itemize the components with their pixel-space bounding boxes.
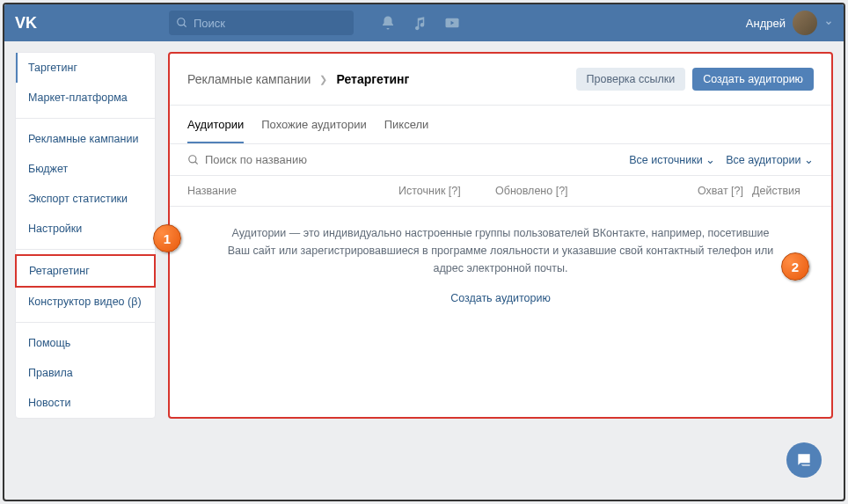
sidebar-item-video-constructor[interactable]: Конструктор видео (β)	[16, 287, 155, 317]
breadcrumb-parent[interactable]: Рекламные кампании	[187, 72, 311, 86]
breadcrumb: Рекламные кампании ❯ Ретаргетинг Проверк…	[170, 54, 831, 106]
sidebar-item-settings[interactable]: Настройки	[16, 214, 155, 244]
chevron-down-icon: ⌄	[804, 154, 814, 166]
empty-state: Аудитории — это индивидуально настроенны…	[170, 207, 831, 325]
th-source: Источник [?]	[398, 185, 495, 197]
svg-line-4	[195, 161, 198, 164]
sidebar-item-rules[interactable]: Правила	[16, 358, 155, 388]
sidebar-item-targeting[interactable]: Таргетинг	[16, 53, 155, 83]
sidebar-divider	[16, 249, 155, 250]
svg-line-1	[184, 25, 186, 27]
svg-point-3	[189, 155, 196, 162]
sidebar-item-budget[interactable]: Бюджет	[16, 154, 155, 184]
create-audience-button[interactable]: Создать аудиторию	[692, 68, 814, 91]
breadcrumb-current: Ретаргетинг	[336, 72, 409, 86]
th-updated: Обновлено [?]	[495, 185, 618, 197]
vk-logo[interactable]: VK	[15, 14, 37, 33]
tab-audiences[interactable]: Аудитории	[187, 118, 244, 143]
callout-1: 1	[153, 224, 181, 252]
sidebar-item-campaigns[interactable]: Рекламные кампании	[16, 124, 155, 154]
top-icons	[380, 15, 461, 31]
tab-pixels[interactable]: Пиксели	[384, 118, 429, 143]
chevron-down-icon: ⌄	[705, 154, 715, 166]
search-icon	[176, 17, 188, 29]
music-icon[interactable]	[412, 15, 428, 31]
chat-fab[interactable]	[786, 442, 822, 478]
search-placeholder: Поиск	[194, 17, 225, 30]
sidebar-item-market[interactable]: Маркет-платформа	[16, 83, 155, 113]
sidebar-item-news[interactable]: Новости	[16, 388, 155, 418]
filter-row: Все источники ⌄ Все аудитории ⌄	[170, 143, 831, 176]
table-header: Название Источник [?] Обновлено [?] Охва…	[170, 176, 831, 207]
check-link-button[interactable]: Проверка ссылки	[576, 68, 686, 91]
avatar	[793, 11, 817, 35]
video-icon[interactable]	[443, 15, 461, 31]
chevron-down-icon	[824, 18, 833, 27]
th-reach: Охват [?]	[673, 185, 752, 197]
user-menu[interactable]: Андрей	[746, 11, 833, 35]
search-icon	[187, 154, 200, 166]
svg-point-0	[178, 18, 185, 26]
chevron-right-icon: ❯	[319, 74, 327, 85]
th-actions: Действия	[752, 185, 814, 197]
main-panel: Рекламные кампании ❯ Ретаргетинг Проверк…	[168, 52, 833, 419]
sidebar-item-export[interactable]: Экспорт статистики	[16, 184, 155, 214]
callout-2: 2	[781, 252, 809, 281]
tab-lookalike[interactable]: Похожие аудитории	[261, 118, 366, 143]
sidebar-divider	[16, 118, 155, 119]
th-name: Название	[187, 185, 398, 197]
chat-icon	[795, 451, 813, 469]
sidebar-item-retargeting[interactable]: Ретаргетинг	[15, 254, 156, 288]
empty-create-link[interactable]: Создать аудиторию	[223, 289, 779, 307]
search-input[interactable]	[205, 153, 353, 166]
sidebar: Таргетинг Маркет-платформа Рекламные кам…	[15, 52, 156, 419]
sidebar-item-help[interactable]: Помощь	[16, 328, 155, 358]
user-name: Андрей	[746, 17, 786, 30]
tabs: Аудитории Похожие аудитории Пиксели	[170, 106, 831, 143]
empty-text: Аудитории — это индивидуально настроенны…	[228, 227, 774, 274]
sidebar-divider	[16, 322, 155, 323]
filter-audiences[interactable]: Все аудитории ⌄	[726, 153, 814, 166]
search-box[interactable]: Поиск	[169, 11, 354, 35]
filter-search[interactable]	[187, 153, 618, 166]
bell-icon[interactable]	[380, 15, 396, 31]
filter-sources[interactable]: Все источники ⌄	[629, 153, 715, 166]
top-bar: VK Поиск Андрей	[4, 4, 844, 41]
